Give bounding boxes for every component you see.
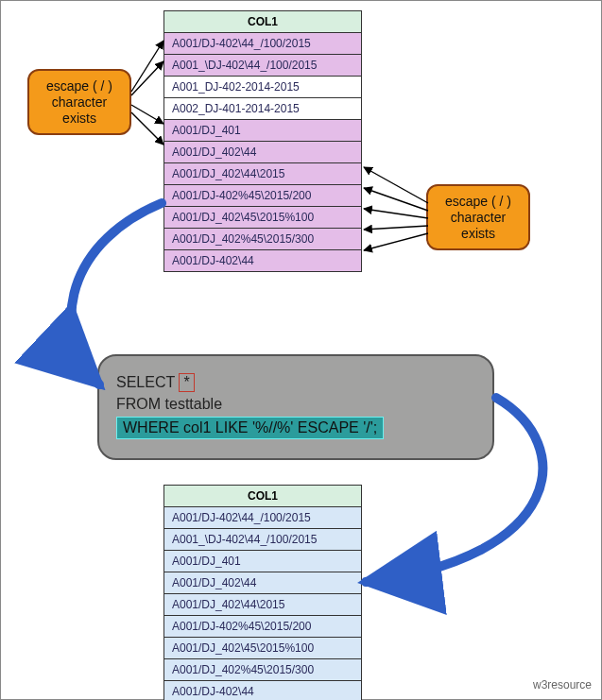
table-cell: A001_\DJ-402\44_/100/2015 [164,55,362,77]
table-row: A001/DJ-402%45\2015/200 [164,616,362,638]
table-cell: A001/DJ-402\44 [164,250,362,272]
table-row: A001/DJ_402\45\2015%100 [164,207,362,229]
table-cell: A001/DJ-402%45\2015/200 [164,616,362,638]
sql-from-line: FROM testtable [116,396,475,413]
table-cell: A001/DJ-402\44_/100/2015 [164,33,362,55]
table-row: A001/DJ-402\44_/100/2015 [164,507,362,529]
table-cell: A001/DJ_402\44\2015 [164,594,362,616]
table-cell: A002_DJ-401-2014-2015 [164,98,362,120]
table-cell: A001/DJ_402%45\2015/300 [164,659,362,681]
callout-escape-left: escape ( / )characterexists [27,69,131,135]
table-cell: A001/DJ-402\44 [164,681,362,701]
table-cell: A001_DJ-402-2014-2015 [164,77,362,98]
result-table-body: A001/DJ-402\44_/100/2015A001_\DJ-402\44_… [164,507,362,701]
table-row: A001/DJ-402\44 [164,250,362,272]
table-row: A001/DJ_401 [164,120,362,142]
right-callout-arrows [364,167,428,250]
source-table-body: A001/DJ-402\44_/100/2015A001_\DJ-402\44_… [164,33,362,272]
table-row: A001/DJ_401 [164,551,362,572]
table-cell: A001/DJ_402\44\2015 [164,163,362,185]
table-cell: A001/DJ_401 [164,120,362,142]
table-row: A001_\DJ-402\44_/100/2015 [164,529,362,551]
table-cell: A001/DJ_402\45\2015%100 [164,207,362,229]
source-table: COL1 A001/DJ-402\44_/100/2015A001_\DJ-40… [163,10,362,272]
table-row: A001/DJ_402\44\2015 [164,594,362,616]
table-row: A001/DJ_402\44\2015 [164,163,362,185]
table-row: A001/DJ_402%45\2015/300 [164,659,362,681]
table-row: A001/DJ_402\44 [164,572,362,594]
result-table: COL1 A001/DJ-402\44_/100/2015A001_\DJ-40… [163,485,362,700]
sql-star: * [179,373,194,392]
sql-where-line: WHERE col1 LIKE '%//%' ESCAPE '/'; [116,417,384,439]
table-cell: A001/DJ_401 [164,551,362,572]
callout-escape-right: escape ( / )characterexists [426,184,530,250]
footer-credit: w3resource [533,678,592,691]
table-row: A001/DJ_402\44 [164,142,362,163]
table-row: A001_\DJ-402\44_/100/2015 [164,55,362,77]
table-row: A001/DJ-402\44_/100/2015 [164,33,362,55]
diagram-canvas: COL1 A001/DJ-402\44_/100/2015A001_\DJ-40… [0,0,602,700]
table-row: A001/DJ-402\44 [164,681,362,701]
table-row: A001_DJ-402-2014-2015 [164,77,362,98]
table-row: A002_DJ-401-2014-2015 [164,98,362,120]
left-callout-arrows [131,41,163,145]
result-table-header: COL1 [164,486,362,507]
table-cell: A001/DJ_402%45\2015/300 [164,229,362,250]
table-cell: A001/DJ_402\44 [164,572,362,594]
sql-query-box: SELECT * FROM testtable WHERE col1 LIKE … [97,354,494,460]
table-row: A001/DJ_402%45\2015/300 [164,229,362,250]
table-cell: A001/DJ-402\44_/100/2015 [164,507,362,529]
table-cell: A001/DJ_402\45\2015%100 [164,638,362,659]
table-cell: A001_\DJ-402\44_/100/2015 [164,529,362,551]
table-cell: A001/DJ-402%45\2015/200 [164,185,362,207]
table-cell: A001/DJ_402\44 [164,142,362,163]
source-table-header: COL1 [164,11,362,33]
table-row: A001/DJ-402%45\2015/200 [164,185,362,207]
table-row: A001/DJ_402\45\2015%100 [164,638,362,659]
sql-select-keyword: SELECT [116,374,175,390]
